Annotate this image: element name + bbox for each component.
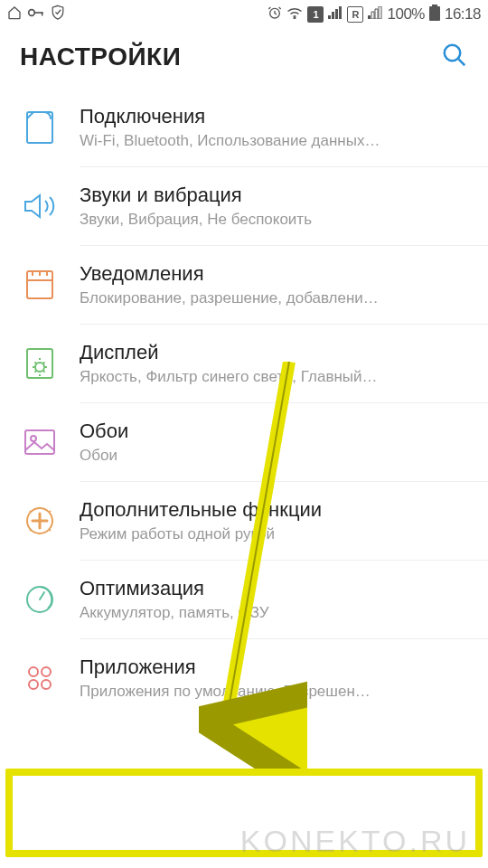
optimization-icon bbox=[22, 581, 58, 618]
item-display[interactable]: Дисплей Яркость, Фильтр синего света, Гл… bbox=[0, 325, 488, 402]
item-subtitle: Wi-Fi, Bluetooth, Использование данных… bbox=[80, 132, 466, 150]
item-subtitle: Блокирование, разрешение, добавлени… bbox=[80, 289, 466, 307]
svg-point-19 bbox=[42, 680, 51, 689]
signal2-icon bbox=[368, 5, 382, 24]
connections-icon bbox=[22, 109, 58, 146]
item-notifications[interactable]: Уведомления Блокирование, разрешение, до… bbox=[0, 246, 488, 324]
item-title: Уведомления bbox=[80, 262, 466, 286]
svg-rect-2 bbox=[42, 12, 43, 15]
status-bar: 1 R 100% 16:18 bbox=[0, 0, 488, 29]
sim-r-badge: R bbox=[347, 6, 363, 23]
page-title: НАСТРОЙКИ bbox=[20, 42, 181, 71]
watermark: KONEKTO.RU bbox=[240, 824, 470, 859]
item-title: Дисплей bbox=[80, 341, 466, 364]
item-optimization[interactable]: Оптимизация Аккумулятор, память, ОЗУ bbox=[0, 561, 488, 638]
wifi-icon bbox=[286, 5, 303, 24]
item-subtitle: Аккумулятор, память, ОЗУ bbox=[80, 604, 466, 622]
sound-icon bbox=[22, 188, 58, 224]
svg-point-16 bbox=[29, 667, 38, 676]
item-sounds[interactable]: Звуки и вибрация Звуки, Вибрация, Не бес… bbox=[0, 167, 488, 245]
battery-icon bbox=[429, 5, 440, 25]
settings-list: Подключения Wi-Fi, Bluetooth, Использова… bbox=[0, 89, 488, 717]
item-title: Подключения bbox=[80, 105, 466, 128]
item-subtitle: Звуки, Вибрация, Не беспокоить bbox=[80, 211, 466, 229]
svg-rect-12 bbox=[25, 430, 54, 454]
battery-percent: 100% bbox=[387, 5, 424, 24]
svg-point-13 bbox=[31, 436, 36, 441]
item-subtitle: Обои bbox=[80, 447, 466, 465]
item-title: Приложения bbox=[80, 656, 466, 679]
item-title: Обои bbox=[80, 420, 466, 443]
item-connections[interactable]: Подключения Wi-Fi, Bluetooth, Использова… bbox=[0, 89, 488, 166]
item-apps[interactable]: Приложения Приложения по умолчанию, Разр… bbox=[0, 639, 488, 717]
display-icon bbox=[22, 345, 58, 382]
home-icon bbox=[7, 5, 22, 24]
sim1-badge: 1 bbox=[307, 6, 324, 23]
item-title: Дополнительные функции bbox=[80, 498, 466, 522]
item-subtitle: Приложения по умолчанию, Разрешен… bbox=[80, 683, 466, 701]
item-subtitle: Яркость, Фильтр синего света, Главный… bbox=[80, 368, 466, 386]
item-wallpaper[interactable]: Обои Обои bbox=[0, 403, 488, 481]
alarm-icon bbox=[267, 5, 282, 24]
svg-rect-6 bbox=[429, 6, 440, 21]
clock: 16:18 bbox=[445, 5, 481, 24]
svg-point-7 bbox=[445, 45, 461, 61]
search-button[interactable] bbox=[441, 42, 468, 72]
wallpaper-icon bbox=[22, 424, 58, 460]
svg-point-4 bbox=[295, 17, 296, 19]
svg-point-17 bbox=[42, 667, 51, 676]
notifications-icon bbox=[22, 267, 58, 303]
apps-icon bbox=[22, 660, 58, 696]
item-title: Оптимизация bbox=[80, 577, 466, 600]
svg-point-11 bbox=[35, 363, 44, 372]
app-header: НАСТРОЙКИ bbox=[0, 29, 488, 89]
shield-icon bbox=[51, 5, 65, 25]
annotation-highlight bbox=[5, 769, 483, 857]
item-subtitle: Режим работы одной рукой bbox=[80, 525, 466, 543]
svg-point-0 bbox=[29, 10, 35, 16]
key-icon bbox=[27, 5, 45, 24]
item-title: Звуки и вибрация bbox=[80, 184, 466, 207]
item-advanced[interactable]: Дополнительные функции Режим работы одно… bbox=[0, 482, 488, 560]
svg-point-18 bbox=[29, 680, 38, 689]
signal1-icon bbox=[328, 5, 343, 24]
svg-rect-8 bbox=[27, 112, 52, 143]
advanced-icon bbox=[22, 503, 58, 539]
svg-rect-5 bbox=[432, 5, 437, 6]
